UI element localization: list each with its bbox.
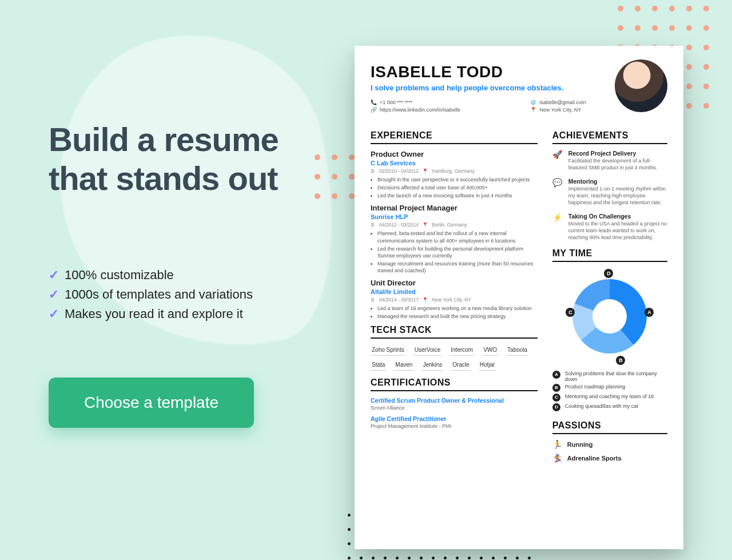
hero-headline-line-1: Build a resume [49, 121, 279, 158]
legend-row: BProduct roadmap planning [552, 384, 667, 392]
rocket-icon: 🚀 [552, 150, 563, 171]
job-location: Berlin, Germany [432, 222, 467, 228]
contact-phone-value: +1 000 *** **** [380, 100, 412, 105]
experience-item: Product Owner C Lab Services 🗓02/2010 - … [371, 150, 538, 199]
check-icon: ✓ [49, 287, 59, 302]
bolt-icon: ⚡ [552, 213, 563, 241]
choose-template-button[interactable]: Choose a template [49, 378, 254, 428]
passion-label: Adrenaline Sports [567, 455, 622, 462]
feature-text: 100% customizable [65, 268, 174, 283]
avatar [615, 59, 667, 112]
feature-text: 1000s of templates and variations [65, 287, 253, 302]
cert-org: Project Management Institute - PMI [371, 423, 538, 429]
job-dates: 04/2014 - 09/2017 [379, 297, 419, 303]
contact-email-value: isabelle@gmail.com [540, 100, 586, 105]
resume-right-column: ACHIEVEMENTS 🚀 Record Project DeliveryFa… [552, 127, 667, 467]
hero-headline: Build a resume that stands out [49, 120, 346, 198]
cert-org: Scrum Alliance [371, 405, 538, 411]
achievement-title: Taking On Challenges [568, 213, 667, 220]
calendar-icon: 🗓 [371, 297, 376, 303]
legend-text: Cooking quesadillas with my cat [565, 403, 638, 411]
check-icon: ✓ [49, 307, 59, 321]
job-meta: 🗓02/2010 - 04/2012 📍Hamburg, Germany [371, 168, 538, 174]
calendar-icon: 🗓 [371, 222, 376, 228]
donut-icon [572, 279, 647, 354]
job-bullet: Planned, beta-tested and led the rollout… [377, 230, 538, 244]
experience-item: Unit Director Altalife Limited 🗓04/2014 … [371, 279, 538, 320]
job-bullet: Led a team of 16 engineers working on a … [377, 305, 538, 312]
running-icon: 🏃 [552, 440, 562, 449]
section-title-certs: CERTIFICATIONS [371, 378, 538, 391]
legend-row: DCooking quesadillas with my cat [552, 403, 667, 411]
time-donut-chart: A B C D [561, 268, 658, 365]
feature-item: ✓1000s of templates and variations [49, 287, 346, 302]
donut-label-c: C [566, 308, 575, 317]
phone-icon: 📞 [371, 100, 376, 105]
passion-item: 🏃Running [552, 440, 667, 449]
contact-location-value: New York City, NY [540, 107, 582, 113]
legend-badge: C [552, 394, 560, 402]
job-bullet: Led the research for building the person… [377, 245, 538, 259]
legend-badge: D [552, 403, 560, 411]
resume-left-column: EXPERIENCE Product Owner C Lab Services … [371, 127, 538, 467]
section-title-experience: EXPERIENCE [371, 130, 538, 144]
legend-badge: A [552, 371, 560, 379]
chat-icon: 💬 [552, 178, 563, 206]
donut-label-b: B [616, 356, 625, 365]
job-company: Altalife Limited [371, 288, 538, 295]
contact-phone: 📞+1 000 *** **** [371, 100, 508, 105]
cert-name: Agile Certified Practitioner [371, 415, 538, 422]
location-icon: 📍 [422, 168, 428, 174]
job-bullets: Planned, beta-tested and led the rollout… [377, 230, 538, 274]
job-bullets: Brought in the user perspective to 4 suc… [377, 176, 538, 199]
job-company: Sunrise HLP [371, 213, 538, 220]
legend-text: Product roadmap planning [565, 384, 626, 392]
job-bullet: Led the launch of a new invoicing softwa… [377, 192, 538, 199]
passion-item: 🏂Adrenaline Sports [552, 454, 667, 463]
tech-tag: Maven [394, 359, 413, 371]
section-title-achievements: ACHIEVEMENTS [552, 130, 667, 144]
feature-item: ✓Makes you read it and explore it [49, 307, 346, 321]
job-dates: 02/2010 - 04/2012 [379, 168, 419, 174]
achievement-item: ⚡ Taking On ChallengesMoved to the USA a… [552, 213, 667, 241]
cert-name: Certified Scrum Product Owner & Professi… [371, 397, 538, 404]
job-location: New York City, NY [432, 297, 471, 303]
location-icon: 📍 [531, 107, 536, 113]
resume-preview: ISABELLE TODD I solve problems and help … [355, 46, 683, 549]
tech-tag: Intercom [449, 344, 474, 356]
hero-headline-line-2: that stands out [49, 160, 278, 197]
job-title: Internal Project Manager [371, 204, 538, 212]
job-meta: 🗓04/2012 - 03/2014 📍Berlin, Germany [371, 222, 538, 228]
sports-icon: 🏂 [552, 454, 562, 463]
section-title-time: MY TIME [552, 248, 667, 262]
donut-label-d: D [604, 269, 613, 278]
calendar-icon: 🗓 [371, 168, 376, 174]
achievement-title: Mentoring [568, 178, 667, 185]
job-company: C Lab Services [371, 160, 538, 166]
location-icon: 📍 [422, 222, 428, 228]
job-bullet: Decisions affected a total user base of … [377, 184, 538, 191]
tech-tag: Jenkins [421, 359, 443, 371]
job-bullet: Managed the research and built the new p… [377, 313, 538, 320]
time-legend: ASolving problems that slow the company … [552, 371, 667, 411]
tech-tag: Oracle [451, 359, 470, 371]
email-icon: @ [531, 100, 536, 105]
job-title: Unit Director [371, 279, 538, 287]
cert-item: Agile Certified Practitioner Project Man… [371, 415, 538, 429]
page: Build a resume that stands out ✓100% cus… [0, 0, 732, 560]
legend-text: Solving problems that slow the company d… [565, 371, 667, 382]
legend-row: CMentoring and coaching my team of 16 [552, 394, 667, 402]
tech-tag: Hotjar [479, 359, 496, 371]
achievement-item: 🚀 Record Project DeliveryFacilitated the… [552, 150, 667, 171]
section-title-tech: TECH STACK [371, 325, 538, 339]
tech-tag: Stata [371, 359, 386, 371]
legend-badge: B [552, 384, 560, 392]
donut-label-a: A [645, 308, 654, 317]
achievement-title: Record Project Delivery [568, 150, 667, 157]
cert-item: Certified Scrum Product Owner & Professi… [371, 397, 538, 411]
section-title-passions: PASSIONS [552, 420, 667, 434]
feature-item: ✓100% customizable [49, 268, 346, 283]
tech-tags: Zoho Sprints UserVoice Intercom VWO Tabo… [371, 344, 538, 371]
resume-header: ISABELLE TODD I solve problems and help … [371, 63, 667, 114]
achievement-item: 💬 MentoringImplemented 1-on-1 meeting rh… [552, 178, 667, 206]
